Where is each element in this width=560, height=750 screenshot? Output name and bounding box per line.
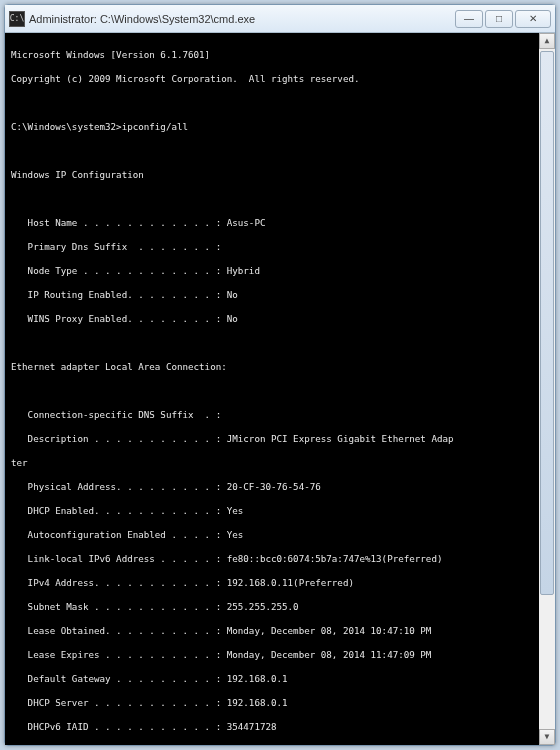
kv-eth-conndns: Connection-specific DNS Suffix . : <box>11 409 549 421</box>
kv-eth-dhcpv6iaid: DHCPv6 IAID . . . . . . . . . . . : 3544… <box>11 721 549 733</box>
blank <box>11 97 549 109</box>
minimize-button[interactable]: ― <box>455 10 483 28</box>
kv-eth-llipv6: Link-local IPv6 Address . . . . . : fe80… <box>11 553 549 565</box>
kv-eth-phys: Physical Address. . . . . . . . . : 20-C… <box>11 481 549 493</box>
titlebar[interactable]: C:\ Administrator: C:\Windows\System32\c… <box>5 5 555 33</box>
blank <box>11 145 549 157</box>
close-button[interactable]: ✕ <box>515 10 551 28</box>
kv-eth-dhcpen: DHCP Enabled. . . . . . . . . . . : Yes <box>11 505 549 517</box>
kv-eth-leaseexp: Lease Expires . . . . . . . . . . : Mond… <box>11 649 549 661</box>
vertical-scrollbar[interactable]: ▲ ▼ <box>539 33 555 745</box>
kv-wins-proxy: WINS Proxy Enabled. . . . . . . . : No <box>11 313 549 325</box>
kv-ip-routing: IP Routing Enabled. . . . . . . . : No <box>11 289 549 301</box>
scroll-up-button[interactable]: ▲ <box>539 33 555 49</box>
kv-eth-autoen: Autoconfiguration Enabled . . . . : Yes <box>11 529 549 541</box>
kv-eth-gateway: Default Gateway . . . . . . . . . : 192.… <box>11 673 549 685</box>
cmd-icon: C:\ <box>9 11 25 27</box>
blank <box>11 385 549 397</box>
prompt-command: C:\Windows\system32>ipconfig/all <box>11 121 549 133</box>
header-line1: Microsoft Windows [Version 6.1.7601] <box>11 49 549 61</box>
window-title: Administrator: C:\Windows\System32\cmd.e… <box>29 13 455 25</box>
scroll-track[interactable] <box>539 49 555 729</box>
kv-eth-desc-wrap: ter <box>11 457 549 469</box>
section-winip: Windows IP Configuration <box>11 169 549 181</box>
kv-primary-dns: Primary Dns Suffix . . . . . . . : <box>11 241 549 253</box>
terminal-area[interactable]: Microsoft Windows [Version 6.1.7601] Cop… <box>5 33 555 745</box>
maximize-button[interactable]: □ <box>485 10 513 28</box>
blank <box>11 337 549 349</box>
cmd-window: C:\ Administrator: C:\Windows\System32\c… <box>4 4 556 746</box>
kv-eth-subnet: Subnet Mask . . . . . . . . . . . : 255.… <box>11 601 549 613</box>
kv-eth-ipv4: IPv4 Address. . . . . . . . . . . : 192.… <box>11 577 549 589</box>
kv-eth-dhcpsrv: DHCP Server . . . . . . . . . . . : 192.… <box>11 697 549 709</box>
scroll-down-button[interactable]: ▼ <box>539 729 555 745</box>
scroll-thumb[interactable] <box>540 51 554 595</box>
kv-eth-leaseobt: Lease Obtained. . . . . . . . . . : Mond… <box>11 625 549 637</box>
header-line2: Copyright (c) 2009 Microsoft Corporation… <box>11 73 549 85</box>
section-ethernet: Ethernet adapter Local Area Connection: <box>11 361 549 373</box>
kv-host-name: Host Name . . . . . . . . . . . . : Asus… <box>11 217 549 229</box>
window-buttons: ― □ ✕ <box>455 10 551 28</box>
blank <box>11 193 549 205</box>
kv-node-type: Node Type . . . . . . . . . . . . : Hybr… <box>11 265 549 277</box>
kv-eth-desc: Description . . . . . . . . . . . : JMic… <box>11 433 549 445</box>
